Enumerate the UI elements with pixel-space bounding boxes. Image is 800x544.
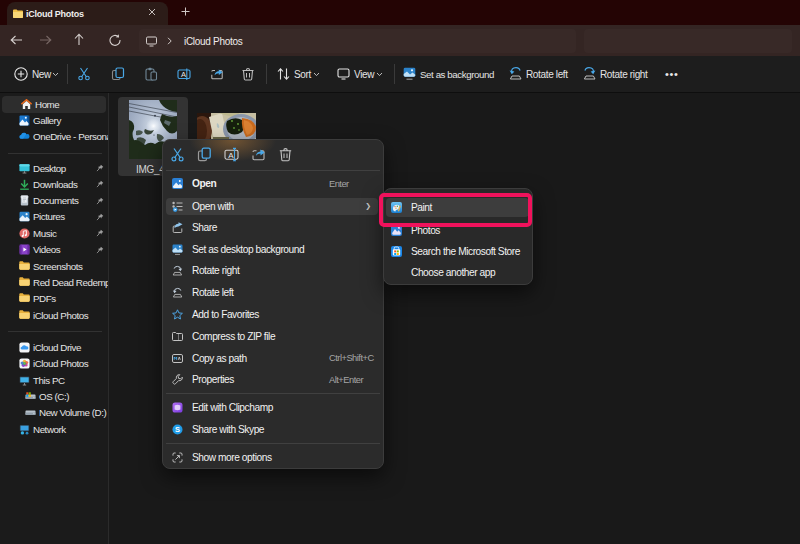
svg-text:S: S <box>175 425 180 434</box>
svg-text:A: A <box>181 70 186 79</box>
svg-text:A: A <box>228 151 234 160</box>
